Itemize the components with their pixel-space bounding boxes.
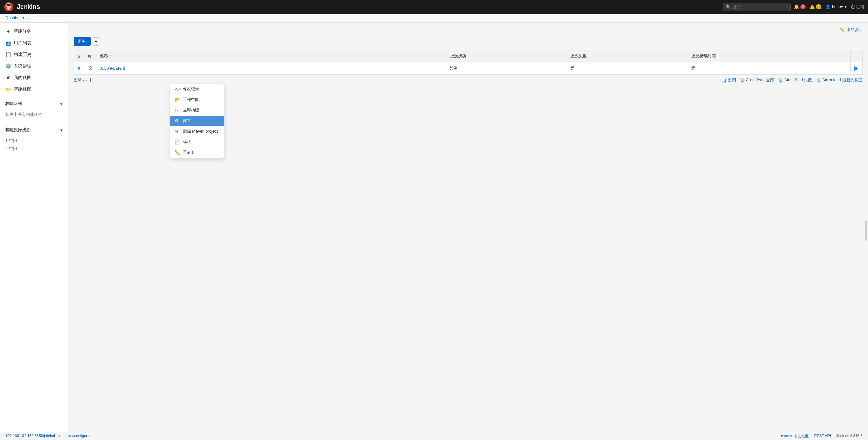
- build-executor-content: 1 空闲 2 空闲: [0, 136, 68, 155]
- header-icons: 🔔 2 ⚠️ 2 👤 honey ▾ ⏻ 注销: [794, 4, 864, 10]
- sidebar-item-user-list[interactable]: 👥 用户列表: [0, 37, 68, 49]
- breadcrumb: Dashboard ›: [0, 14, 868, 23]
- user-menu[interactable]: 👤 honey ▾: [825, 4, 847, 9]
- play-icon: ▷: [175, 108, 180, 113]
- sidebar-item-system-admin[interactable]: ⚙️ 系统管理: [0, 60, 68, 72]
- notification-count: 2: [800, 4, 806, 9]
- legend-link[interactable]: 📊 图例: [722, 77, 736, 83]
- build-queue-chevron-icon: ▾: [60, 102, 62, 106]
- size-small-button[interactable]: 小: [83, 77, 87, 83]
- view-tabs: 所有 +: [74, 37, 863, 46]
- pencil-icon: ✏️: [840, 28, 845, 32]
- job-status-icon-cell: ●: [74, 62, 84, 75]
- context-menu-item-build-now[interactable]: ▷ 立即构建: [170, 105, 224, 116]
- atom-feed-latest-link[interactable]: 📡 Atom feed 最新的构建: [816, 77, 863, 83]
- table-footer: 图标 小 中 📊 图例 📡 Atom feed 全部 📡 Atom feed 失…: [74, 77, 863, 83]
- logout-label: 注销: [856, 4, 864, 9]
- file-icon: 📄: [175, 139, 180, 145]
- atom-feed-failures-link[interactable]: 📡 Atom feed 失败: [778, 77, 812, 83]
- tab-add-button[interactable]: +: [92, 37, 100, 46]
- user-icon: 👤: [825, 4, 831, 9]
- gear-menu-icon: ⚙: [175, 118, 180, 123]
- executor-2-label: 2 空闲: [5, 145, 62, 153]
- footer-community-link[interactable]: Jenkins 中文社区: [780, 434, 808, 439]
- jobs-table-header: S W 名称 ↑ 上次成功 上次失败 上次持续时间: [74, 50, 863, 62]
- col-s: S: [74, 50, 84, 62]
- atom-feed-all-label: Atom feed 全部: [746, 77, 774, 83]
- rss-icon-failures: 📡: [778, 78, 783, 83]
- svg-point-4: [8, 5, 9, 6]
- rss-icon-latest: 📡: [816, 78, 821, 83]
- tab-all[interactable]: 所有: [74, 37, 91, 46]
- sidebar-item-build-history[interactable]: 📋 构建历史: [0, 49, 68, 60]
- history-icon: 📋: [5, 52, 11, 57]
- build-queue-header[interactable]: 构建队列 ▾: [0, 98, 68, 109]
- build-queue-title: 构建队列: [5, 101, 22, 107]
- add-description-link[interactable]: ✏️ 添加说明: [840, 27, 863, 33]
- executor-1-label: 1 空闲: [5, 137, 62, 145]
- size-medium-button[interactable]: 中: [89, 77, 93, 83]
- job-gear-icon[interactable]: ⚙: [88, 65, 93, 71]
- rss-icon-all: 📡: [740, 78, 745, 83]
- context-menu-item-delete[interactable]: 🗑 删除 Maven project: [170, 126, 224, 137]
- sidebar-user-list-label: 用户列表: [14, 40, 31, 46]
- context-menu-item-edit-record[interactable]: </> 修改记录: [170, 84, 224, 94]
- build-executor-header[interactable]: 构建执行状态 ▾: [0, 124, 68, 136]
- context-menu-item-workspace-label: 工作空间: [183, 97, 199, 103]
- add-description-label: 添加说明: [846, 27, 863, 33]
- context-menu-item-modules-label: 模块: [183, 139, 191, 145]
- atom-feed-all-link[interactable]: 📡 Atom feed 全部: [740, 77, 774, 83]
- svg-point-5: [10, 5, 10, 6]
- job-weather-icon-cell: ⚙: [84, 62, 96, 75]
- job-run-cell: ▶: [851, 62, 863, 75]
- sidebar-system-admin-label: 系统管理: [14, 63, 31, 69]
- sidebar-item-my-view[interactable]: 👁 我的视图: [0, 72, 68, 84]
- context-menu-item-configure[interactable]: ⚙ 配置: [170, 116, 224, 126]
- username-label: honey: [832, 4, 843, 9]
- build-executor-chevron-icon: ▾: [60, 128, 62, 133]
- folder-open-icon: 📂: [175, 97, 180, 102]
- warnings-count: 2: [816, 4, 821, 9]
- context-menu-item-modules[interactable]: 📄 模块: [170, 137, 224, 147]
- col-last-success: 上次成功: [446, 50, 567, 62]
- context-menu-item-build-now-label: 立即构建: [183, 107, 199, 113]
- scrollbar[interactable]: [865, 220, 867, 241]
- job-name-link[interactable]: bubble-parent: [100, 66, 125, 71]
- col-name[interactable]: 名称 ↑: [96, 50, 446, 62]
- atom-feed-failures-label: Atom feed 失败: [784, 77, 812, 83]
- search-icon: 🔍: [726, 4, 731, 10]
- job-run-button[interactable]: ▶: [854, 65, 859, 72]
- context-menu-item-rename[interactable]: ✏️ 重命名: [170, 147, 224, 158]
- notifications-bell[interactable]: 🔔 2: [794, 4, 806, 9]
- warnings-indicator[interactable]: ⚠️ 2: [810, 4, 821, 9]
- admin-icon: ⚙️: [5, 63, 11, 69]
- job-name-cell: bubble-parent: [96, 62, 446, 75]
- job-last-duration: 无: [688, 62, 850, 75]
- breadcrumb-dashboard[interactable]: Dashboard: [5, 16, 26, 20]
- job-last-success: 没有: [446, 62, 567, 75]
- icon-size-controls: 图标 小 中: [74, 77, 93, 83]
- context-menu: </> 修改记录 📂 工作空间 ▷ 立即构建 ⚙ 配置 🗑 删除 Maven p…: [170, 84, 224, 158]
- svg-point-2: [7, 4, 11, 6]
- build-executor-title: 构建执行状态: [5, 127, 30, 133]
- search-box[interactable]: 🔍 ?: [723, 3, 791, 11]
- plus-icon: +: [5, 29, 11, 34]
- chevron-down-icon: ▾: [845, 4, 847, 9]
- jobs-table: S W 名称 ↑ 上次成功 上次失败 上次持续时间 ● ⚙: [74, 50, 863, 75]
- sidebar-item-new-view[interactable]: 📁 新建视图: [0, 84, 68, 95]
- col-actions: [851, 50, 863, 62]
- context-menu-item-edit-record-label: 修改记录: [183, 86, 199, 92]
- sidebar-item-new-task[interactable]: + 新建任务: [0, 26, 68, 37]
- context-menu-item-workspace[interactable]: 📂 工作空间: [170, 94, 224, 105]
- footer-rest-api-link[interactable]: REST API: [814, 434, 831, 439]
- search-input[interactable]: [733, 4, 784, 9]
- main-header: ✏️ 添加说明: [74, 27, 863, 33]
- legend-icon: 📊: [722, 78, 727, 83]
- table-row: ● ⚙ bubble-parent 没有 无 无 ▶: [74, 62, 863, 75]
- jobs-table-body: ● ⚙ bubble-parent 没有 无 无 ▶: [74, 62, 863, 75]
- build-executor-section: 构建执行状态 ▾ 1 空闲 2 空闲: [0, 124, 68, 155]
- logout-button[interactable]: ⏻ 注销: [851, 4, 864, 10]
- atom-feed-latest-label: Atom feed 最新的构建: [822, 77, 863, 83]
- col-w: W: [84, 50, 96, 62]
- header-app-title: Jenkins: [17, 3, 40, 11]
